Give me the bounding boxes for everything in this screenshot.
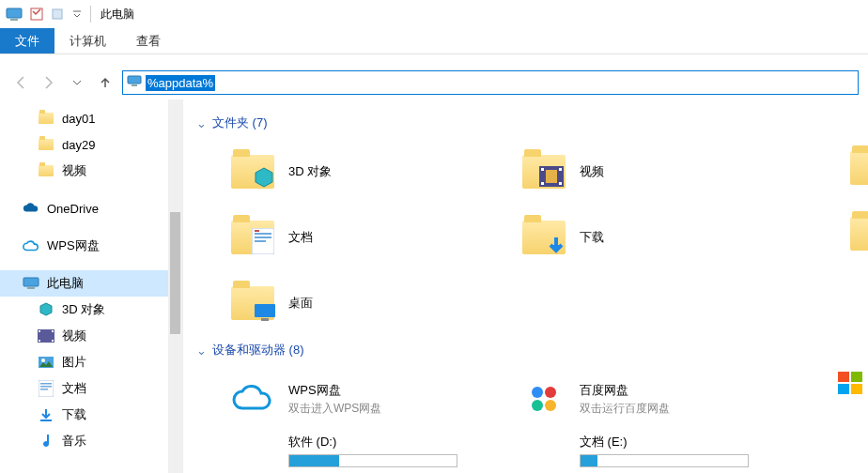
folder-item-partial-1[interactable] xyxy=(830,201,868,267)
svg-rect-3 xyxy=(53,9,62,19)
up-button[interactable] xyxy=(94,71,116,94)
svg-rect-28 xyxy=(255,236,271,238)
svg-rect-32 xyxy=(261,318,269,321)
sidebar-item-6[interactable]: 3D 对象 xyxy=(0,297,169,323)
sidebar-item-3[interactable]: OneDrive xyxy=(0,195,169,221)
drive-item-1[interactable]: 文档 (E:) xyxy=(488,432,779,473)
svg-point-34 xyxy=(545,387,556,398)
sidebar-item-label: 此电脑 xyxy=(47,275,84,292)
desktop-icon xyxy=(230,281,275,326)
sidebar-item-label: 音乐 xyxy=(62,433,86,450)
qat-dropdown-icon[interactable] xyxy=(49,4,70,24)
sidebar-item-label: 文档 xyxy=(62,380,86,397)
svg-rect-39 xyxy=(838,384,849,394)
folder-item-3[interactable]: 下载 xyxy=(488,205,779,270)
svg-rect-27 xyxy=(255,233,271,235)
nav-toolbar: %appdata% xyxy=(0,66,868,99)
tab-computer[interactable]: 计算机 xyxy=(54,28,121,53)
address-pc-icon xyxy=(127,75,142,90)
device-item-0[interactable]: WPS网盘双击进入WPS网盘 xyxy=(196,366,488,432)
sidebar-item-label: OneDrive xyxy=(47,202,99,216)
folder-icon xyxy=(38,136,54,153)
wps-big-icon xyxy=(230,376,275,421)
svg-rect-9 xyxy=(39,330,40,332)
sidebar-item-label: 图片 xyxy=(62,354,86,371)
sidebar-item-label: day01 xyxy=(62,112,95,126)
sidebar-item-5[interactable]: 此电脑 xyxy=(0,270,169,297)
window-title: 此电脑 xyxy=(101,7,134,23)
video-icon xyxy=(38,328,54,344)
svg-point-36 xyxy=(545,400,556,411)
svg-rect-10 xyxy=(52,330,54,332)
svg-rect-0 xyxy=(7,8,22,18)
group-header-folders[interactable]: ⌄ 文件夹 (7) xyxy=(196,114,868,131)
svg-rect-7 xyxy=(27,287,35,289)
item-subtitle: 双击运行百度网盘 xyxy=(580,401,670,417)
sidebar-item-1[interactable]: day29 xyxy=(0,131,169,158)
svg-rect-19 xyxy=(40,420,52,421)
folder-icon xyxy=(38,110,54,127)
sidebar-item-label: 下载 xyxy=(62,406,86,423)
address-bar[interactable]: %appdata% xyxy=(122,70,859,95)
qat-dropdown[interactable] xyxy=(71,4,83,24)
svg-rect-11 xyxy=(39,340,40,342)
folder-item-partial-0[interactable] xyxy=(830,135,868,201)
group-header-devices[interactable]: ⌄ 设备和驱动器 (8) xyxy=(196,342,868,359)
folder-icon xyxy=(849,145,868,191)
svg-rect-17 xyxy=(40,386,52,388)
svg-rect-25 xyxy=(546,170,557,183)
sidebar-item-11[interactable]: 音乐 xyxy=(0,428,169,454)
3d-icon xyxy=(230,149,275,194)
content-pane: ⌄ 文件夹 (7) 3D 对象视频文档下载桌面 ⌄ 设备和驱动器 (8) WPS… xyxy=(183,99,868,473)
device-item-partial[interactable] xyxy=(838,364,864,402)
onedrive-icon xyxy=(23,200,39,217)
svg-rect-22 xyxy=(541,182,544,185)
address-text[interactable]: %appdata% xyxy=(146,75,215,91)
pc-icon xyxy=(23,275,39,292)
svg-point-35 xyxy=(532,400,543,411)
sidebar-item-label: WPS网盘 xyxy=(47,237,100,254)
forward-button[interactable] xyxy=(38,71,60,94)
folder-item-1[interactable]: 视频 xyxy=(488,139,779,205)
folder-icon xyxy=(38,162,54,179)
folder-item-4[interactable]: 桌面 xyxy=(196,270,488,336)
video-icon xyxy=(521,149,566,194)
folder-icon xyxy=(849,211,868,256)
tab-view[interactable]: 查看 xyxy=(121,28,176,53)
back-button[interactable] xyxy=(9,71,32,94)
svg-rect-23 xyxy=(559,168,562,171)
item-label: 下载 xyxy=(580,229,604,246)
svg-rect-5 xyxy=(132,84,137,86)
svg-rect-38 xyxy=(851,372,862,382)
folder-item-0[interactable]: 3D 对象 xyxy=(196,139,488,205)
svg-rect-30 xyxy=(255,230,259,232)
sidebar-item-10[interactable]: 下载 xyxy=(0,402,169,428)
sidebar-scrollbar[interactable] xyxy=(168,99,182,473)
sidebar-item-4[interactable]: WPS网盘 xyxy=(0,233,169,259)
sidebar-item-0[interactable]: day01 xyxy=(0,105,169,131)
tab-file[interactable]: 文件 xyxy=(0,28,54,53)
sidebar-item-label: 3D 对象 xyxy=(62,301,105,318)
drive-icon xyxy=(230,434,275,473)
recent-dropdown[interactable] xyxy=(66,71,88,94)
item-label: 桌面 xyxy=(288,295,313,312)
sidebar-item-9[interactable]: 文档 xyxy=(0,375,169,402)
device-item-1[interactable]: 百度网盘双击运行百度网盘 xyxy=(488,366,779,432)
svg-rect-29 xyxy=(255,240,266,242)
sidebar-item-2[interactable]: 视频 xyxy=(0,158,169,184)
sidebar-item-label: 视频 xyxy=(62,328,86,344)
folder-item-2[interactable]: 文档 xyxy=(196,205,488,270)
sidebar-item-8[interactable]: 图片 xyxy=(0,349,169,375)
sidebar-item-7[interactable]: 视频 xyxy=(0,323,169,349)
svg-rect-37 xyxy=(838,372,849,382)
drive-usage-bar xyxy=(288,454,457,467)
drive-item-0[interactable]: 软件 (D:) xyxy=(196,432,488,473)
sidebar-item-label: 视频 xyxy=(62,162,86,179)
svg-rect-1 xyxy=(10,19,18,21)
doc-icon xyxy=(38,380,54,397)
group-title: 设备和驱动器 (8) xyxy=(212,342,304,359)
3d-icon xyxy=(38,301,54,318)
scrollbar-thumb[interactable] xyxy=(170,212,180,334)
qat-properties-icon[interactable] xyxy=(26,4,47,24)
svg-rect-16 xyxy=(40,383,52,385)
